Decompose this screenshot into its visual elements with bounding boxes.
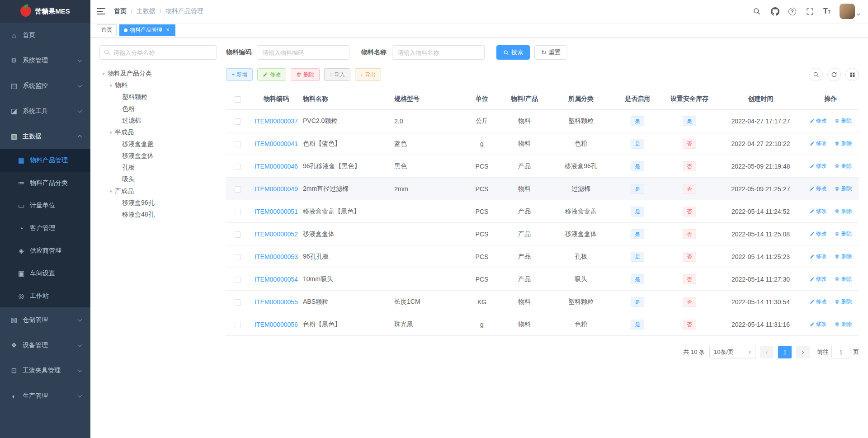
row-edit-button[interactable]: 修改 xyxy=(810,117,827,125)
row-checkbox[interactable] xyxy=(235,164,241,170)
prev-page-button[interactable]: ‹ xyxy=(760,346,774,358)
export-button[interactable]: ↓ 导出 xyxy=(355,68,381,81)
sidebar-menu-item[interactable]: ◎ 工作站 xyxy=(0,285,90,307)
material-code-link[interactable]: ITEM00000046 xyxy=(255,163,298,170)
goto-page-input[interactable] xyxy=(831,346,850,358)
sidebar-menu-item[interactable]: ◪ 系统工具 xyxy=(0,99,90,124)
view-tab[interactable]: 首页 xyxy=(97,24,117,36)
row-checkbox[interactable] xyxy=(235,322,241,328)
sidebar-menu-item[interactable]: ❖ 设备管理 xyxy=(0,333,90,358)
sidebar-menu-item[interactable]: ◐ 生产管理 xyxy=(0,383,90,409)
material-code-link[interactable]: ITEM00000055 xyxy=(255,298,298,306)
toggle-search-button[interactable] xyxy=(809,68,823,81)
sidebar-menu-item[interactable]: ⊡ 工装夹具管理 xyxy=(0,358,90,383)
github-icon[interactable] xyxy=(770,7,779,16)
material-code-link[interactable]: ITEM00000049 xyxy=(255,185,298,193)
sidebar-menu-item[interactable]: ◔ 客户管理 xyxy=(0,217,90,240)
tree-node[interactable]: 移液盒48孔 xyxy=(99,209,217,221)
sidebar-menu-item[interactable]: ⌂ 首页 xyxy=(0,23,90,48)
breadcrumb-item[interactable]: 首页 xyxy=(114,7,127,15)
material-code-link[interactable]: ITEM00000054 xyxy=(255,276,298,283)
sidebar-menu-item[interactable]: ▦ 物料产品管理 xyxy=(0,149,90,172)
tree-node[interactable]: 色粉 xyxy=(99,103,217,115)
row-delete-button[interactable]: 删除 xyxy=(835,185,852,193)
sidebar-menu-item[interactable]: ▣ 车间设置 xyxy=(0,262,90,285)
row-delete-button[interactable]: 删除 xyxy=(835,117,852,125)
tree-node[interactable]: ▾ 半成品 xyxy=(99,127,217,138)
row-edit-button[interactable]: 修改 xyxy=(810,275,827,283)
row-edit-button[interactable]: 修改 xyxy=(810,207,827,215)
add-button[interactable]: + 新增 xyxy=(226,68,253,81)
row-edit-button[interactable]: 修改 xyxy=(810,298,827,306)
sidebar-toggle-button[interactable] xyxy=(90,0,112,23)
table-row[interactable]: ITEM00000055 ABS颗粒 长度1CM KG 物料 塑料颗粒 是 否 … xyxy=(226,291,859,313)
tab-close-icon[interactable]: × xyxy=(165,27,171,33)
import-button[interactable]: ↑ 导入 xyxy=(324,68,350,81)
table-row[interactable]: ITEM00000053 96孔孔板 PCS 产品 孔板 是 否 2022-05… xyxy=(226,245,859,268)
row-edit-button[interactable]: 修改 xyxy=(810,185,827,193)
reset-button[interactable]: ↻ 重置 xyxy=(534,45,567,60)
page-number-button[interactable]: 1 xyxy=(778,346,792,358)
fullscreen-icon[interactable] xyxy=(805,7,814,16)
sidebar-menu-item[interactable]: ▧ 仓储管理 xyxy=(0,307,90,333)
table-row[interactable]: ITEM00000041 色粉【蓝色】 蓝色 g 物料 色粉 是 否 2022-… xyxy=(226,132,859,155)
tree-node[interactable]: 移液盒96孔 xyxy=(99,197,217,209)
row-edit-button[interactable]: 修改 xyxy=(810,140,827,147)
sidebar-menu-item[interactable]: ▤ 系统监控 xyxy=(0,73,90,99)
material-code-link[interactable]: ITEM00000041 xyxy=(255,140,298,147)
material-code-link[interactable]: ITEM00000037 xyxy=(255,118,298,125)
table-row[interactable]: ITEM00000046 96孔移液盒【黑色】 黑色 PCS 产品 移液盒96孔… xyxy=(226,155,859,178)
row-checkbox[interactable] xyxy=(235,118,241,125)
table-row[interactable]: ITEM00000056 色粉【黑色】 珠光黑 g 物料 色粉 是 否 2022… xyxy=(226,313,859,336)
tree-node[interactable]: ▾ 物料 xyxy=(99,80,217,91)
columns-toggle-button[interactable] xyxy=(845,68,859,81)
page-size-select[interactable]: 10条/页 ▾ xyxy=(709,346,755,358)
sidebar-menu-item[interactable]: ⚙ 系统管理 xyxy=(0,48,90,73)
delete-button[interactable]: 删除 xyxy=(291,68,320,81)
row-delete-button[interactable]: 删除 xyxy=(835,320,852,328)
sidebar-menu-item[interactable]: ≔ 物料产品分类 xyxy=(0,172,90,194)
table-row[interactable]: ITEM00000049 2mm直径过滤棉 2mm PCS 物料 过滤棉 是 否… xyxy=(226,178,859,200)
edit-button[interactable]: 修改 xyxy=(257,68,286,81)
row-checkbox[interactable] xyxy=(235,209,241,215)
row-edit-button[interactable]: 修改 xyxy=(810,320,827,328)
row-checkbox[interactable] xyxy=(235,141,241,147)
category-search-input[interactable] xyxy=(99,45,217,60)
user-menu[interactable] xyxy=(840,4,860,19)
row-delete-button[interactable]: 删除 xyxy=(835,140,852,147)
material-code-link[interactable]: ITEM00000052 xyxy=(255,231,298,238)
row-edit-button[interactable]: 修改 xyxy=(810,230,827,238)
row-edit-button[interactable]: 修改 xyxy=(810,253,827,260)
view-tab[interactable]: 物料产品管理 × xyxy=(119,24,175,36)
tree-node[interactable]: 塑料颗粒 xyxy=(99,91,217,103)
sidebar-menu-item[interactable]: ◈ 供应商管理 xyxy=(0,240,90,262)
table-row[interactable]: ITEM00000037 PVC2.0颗粒 2.0 公斤 物料 塑料颗粒 是 是… xyxy=(226,110,859,132)
tree-node[interactable]: 孔板 xyxy=(99,162,217,174)
material-name-input[interactable] xyxy=(392,45,485,60)
sidebar-menu-item[interactable]: ▥ 主数据 xyxy=(0,124,90,149)
material-code-input[interactable] xyxy=(257,45,349,60)
row-checkbox[interactable] xyxy=(235,254,241,260)
material-code-link[interactable]: ITEM00000053 xyxy=(255,253,298,260)
search-icon[interactable] xyxy=(752,7,761,16)
row-delete-button[interactable]: 删除 xyxy=(835,207,852,215)
tree-node[interactable]: 吸头 xyxy=(99,174,217,185)
table-row[interactable]: ITEM00000052 移液盒盒体 PCS 产品 移液盒盒体 是 否 2022… xyxy=(226,223,859,245)
tree-node[interactable]: 移液盒盒盖 xyxy=(99,138,217,150)
next-page-button[interactable]: › xyxy=(796,346,810,358)
row-delete-button[interactable]: 删除 xyxy=(835,253,852,260)
row-delete-button[interactable]: 删除 xyxy=(835,275,852,283)
row-delete-button[interactable]: 删除 xyxy=(835,298,852,306)
row-checkbox[interactable] xyxy=(235,277,241,283)
row-delete-button[interactable]: 删除 xyxy=(835,230,852,238)
select-all-checkbox[interactable] xyxy=(235,96,241,103)
table-row[interactable]: ITEM00000051 移液盒盒盖【黑色】 PCS 产品 移液盒盒盖 是 否 … xyxy=(226,200,859,223)
row-checkbox[interactable] xyxy=(235,186,241,193)
search-button[interactable]: 搜索 xyxy=(496,45,530,60)
row-edit-button[interactable]: 修改 xyxy=(810,162,827,170)
row-delete-button[interactable]: 删除 xyxy=(835,162,852,170)
tree-node[interactable]: 过滤棉 xyxy=(99,115,217,127)
tree-node[interactable]: 移液盒盒体 xyxy=(99,150,217,162)
breadcrumb-item[interactable]: 物料产品管理 xyxy=(165,7,203,15)
breadcrumb-item[interactable]: 主数据 xyxy=(137,7,156,15)
